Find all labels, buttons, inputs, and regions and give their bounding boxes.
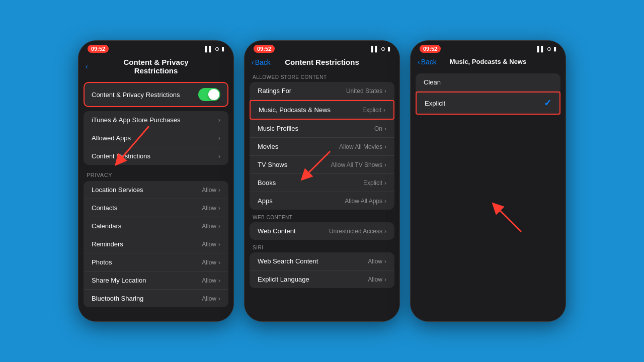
arrow-3 xyxy=(486,197,536,237)
status-icons-1: ▌▌ ⊙ ▮ xyxy=(205,46,224,52)
nav-bar-1: ‹ Content & Privacy Restrictions xyxy=(78,55,233,78)
chevron-icon: › xyxy=(218,259,220,266)
calendars-item[interactable]: Calendars Allow › xyxy=(84,217,228,235)
chevron-icon: › xyxy=(218,153,220,160)
location-services-item[interactable]: Location Services Allow › xyxy=(84,181,228,199)
options-group: Clean Explicit ✓ xyxy=(416,73,560,115)
status-bar-3: 09:52 ▌▌ ⊙ ▮ xyxy=(411,41,566,55)
chevron-icon: › xyxy=(218,295,220,302)
explicit-option[interactable]: Explicit ✓ xyxy=(417,93,559,114)
chevron-icon: › xyxy=(384,228,386,235)
privacy-group: Location Services Allow › Contacts Allow… xyxy=(84,181,228,307)
movies-item[interactable]: Movies Allow All Movies › xyxy=(250,138,394,156)
chevron-icon: › xyxy=(218,187,220,194)
status-time-2: 09:52 xyxy=(254,45,275,53)
web-content-item[interactable]: Web Content Unrestricted Access › xyxy=(250,222,394,240)
nav-bar-2: ‹ Back Content Restrictions xyxy=(245,55,399,69)
screen-content-1: Content & Privacy Restrictions iTunes & … xyxy=(78,78,233,321)
privacy-header: PRIVACY xyxy=(78,165,233,181)
chevron-left-icon: ‹ xyxy=(86,62,88,70)
reminders-item[interactable]: Reminders Allow › xyxy=(84,235,228,253)
music-podcasts-row[interactable]: Music, Podcasts & News Explicit › xyxy=(250,100,394,120)
chevron-left-icon: ‹ xyxy=(418,58,420,66)
screen-content-3: Clean Explicit ✓ xyxy=(411,68,566,311)
status-bar-2: 09:52 ▌▌ ⊙ ▮ xyxy=(245,41,399,55)
allowed-apps-item[interactable]: Allowed Apps › xyxy=(84,129,228,147)
nav-title-2: Content Restrictions xyxy=(285,58,359,66)
nav-title-1: Content & Privacy Restrictions xyxy=(106,58,206,75)
chevron-icon: › xyxy=(218,205,220,212)
signal-icon: ▌▌ xyxy=(537,46,545,52)
signal-icon: ▌▌ xyxy=(205,46,213,52)
content-restrictions-item[interactable]: Content Restrictions › xyxy=(84,147,228,165)
chevron-icon: › xyxy=(384,179,386,187)
wifi-icon: ⊙ xyxy=(215,46,219,52)
phone-screen-1: 09:52 ▌▌ ⊙ ▮ ‹ Content & Privacy Restric… xyxy=(78,40,234,322)
toggle-switch[interactable] xyxy=(198,88,220,101)
explicit-option-highlighted[interactable]: Explicit ✓ xyxy=(416,92,560,115)
checkmark-icon: ✓ xyxy=(544,98,551,109)
battery-icon: ▮ xyxy=(553,46,556,52)
allowed-store-header: ALLOWED STORE CONTENT xyxy=(245,69,399,82)
battery-icon: ▮ xyxy=(221,46,224,52)
siri-group: Web Search Content Allow › Explicit Lang… xyxy=(250,252,394,288)
chevron-icon: › xyxy=(218,117,220,124)
chevron-icon: › xyxy=(384,198,386,205)
status-time-1: 09:52 xyxy=(88,45,109,53)
itunes-purchases-item[interactable]: iTunes & App Store Purchases › xyxy=(84,111,228,129)
share-location-item[interactable]: Share My Location Allow › xyxy=(84,272,228,290)
photos-item[interactable]: Photos Allow › xyxy=(84,253,228,272)
ratings-for-item[interactable]: Ratings For United States › xyxy=(250,82,394,100)
status-icons-3: ▌▌ ⊙ ▮ xyxy=(537,46,556,52)
svg-line-2 xyxy=(496,207,521,232)
music-podcasts-item[interactable]: Music, Podcasts & News Explicit › xyxy=(251,101,393,119)
chevron-icon: › xyxy=(218,135,220,142)
chevron-icon: › xyxy=(383,107,385,114)
chevron-icon: › xyxy=(384,276,386,283)
clean-option[interactable]: Clean xyxy=(416,73,560,92)
tv-shows-item[interactable]: TV Shows Allow All TV Shows › xyxy=(250,156,394,174)
phone-screen-2: 09:52 ▌▌ ⊙ ▮ ‹ Back Content Restrictions… xyxy=(244,40,400,322)
status-time-3: 09:52 xyxy=(420,45,441,53)
contacts-item[interactable]: Contacts Allow › xyxy=(84,199,228,217)
chevron-icon: › xyxy=(384,258,386,265)
chevron-icon: › xyxy=(384,161,386,168)
music-profiles-item[interactable]: Music Profiles On › xyxy=(250,120,394,138)
chevron-icon: › xyxy=(218,277,220,284)
chevron-icon: › xyxy=(384,87,386,95)
explicit-language-item[interactable]: Explicit Language Allow › xyxy=(250,270,394,288)
chevron-icon: › xyxy=(218,241,220,248)
wifi-icon: ⊙ xyxy=(547,46,551,52)
web-content-header: WEB CONTENT xyxy=(245,210,399,222)
menu-group-1: iTunes & App Store Purchases › Allowed A… xyxy=(84,111,228,165)
chevron-left-icon: ‹ xyxy=(252,58,254,66)
siri-header: SIRI xyxy=(245,240,399,252)
books-item[interactable]: Books Explicit › xyxy=(250,174,394,192)
toggle-label: Content & Privacy Restrictions xyxy=(92,91,180,99)
bluetooth-item[interactable]: Bluetooth Sharing Allow › xyxy=(84,290,228,307)
back-button-2[interactable]: ‹ Back xyxy=(252,58,271,66)
store-group: Ratings For United States › Music, Podca… xyxy=(250,82,394,210)
chevron-icon: › xyxy=(384,143,386,150)
status-icons-2: ▌▌ ⊙ ▮ xyxy=(371,46,390,52)
chevron-icon: › xyxy=(218,223,220,230)
web-group: Web Content Unrestricted Access › xyxy=(250,222,394,240)
nav-bar-3: ‹ Back Music, Podcasts & News xyxy=(411,55,566,68)
signal-icon: ▌▌ xyxy=(371,46,379,52)
phone-screen-3: 09:52 ▌▌ ⊙ ▮ ‹ Back Music, Podcasts & Ne… xyxy=(410,40,566,322)
back-button-1[interactable]: ‹ xyxy=(86,62,88,70)
content-privacy-toggle-row[interactable]: Content & Privacy Restrictions xyxy=(84,82,228,107)
apps-item[interactable]: Apps Allow All Apps › xyxy=(250,192,394,210)
back-button-3[interactable]: ‹ Back xyxy=(418,58,437,66)
chevron-icon: › xyxy=(384,125,386,132)
web-search-item[interactable]: Web Search Content Allow › xyxy=(250,252,394,270)
battery-icon: ▮ xyxy=(387,46,390,52)
status-bar-1: 09:52 ▌▌ ⊙ ▮ xyxy=(78,41,233,55)
wifi-icon: ⊙ xyxy=(381,46,385,52)
screen-content-2: ALLOWED STORE CONTENT Ratings For United… xyxy=(245,69,399,312)
nav-title-3: Music, Podcasts & News xyxy=(450,58,526,65)
